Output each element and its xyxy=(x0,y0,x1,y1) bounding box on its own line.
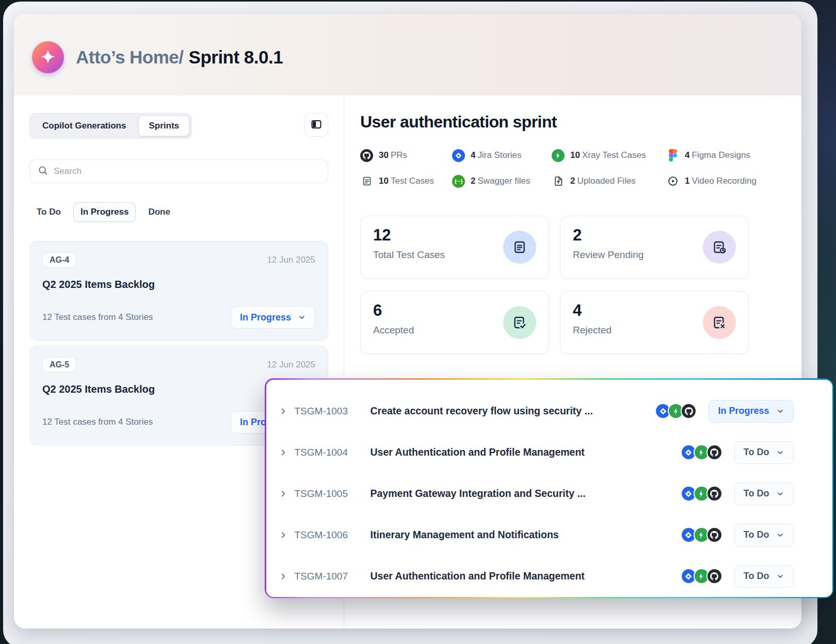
story-row[interactable]: TSGM-1005 Payment Gateway Integration an… xyxy=(277,473,794,514)
expand-row-button[interactable] xyxy=(277,570,290,583)
sprint-stat: {···} 2Swagger files xyxy=(452,174,552,188)
generation-date: 12 Jun 2025 xyxy=(267,360,315,370)
jira-icon[interactable] xyxy=(682,487,696,501)
generation-status-select[interactable]: In Progress xyxy=(231,306,315,329)
story-title: Payment Gateway Integration and Security… xyxy=(371,488,671,500)
jira-icon[interactable] xyxy=(682,528,696,542)
sprint-title: User authentication sprint xyxy=(360,112,801,133)
chevron-right-icon xyxy=(279,530,288,540)
collapse-sidebar-button[interactable] xyxy=(304,113,328,137)
story-id: TSGM-1006 xyxy=(295,529,371,541)
generation-title: Q2 2025 Items Backlog xyxy=(42,279,315,291)
search-box xyxy=(29,159,328,183)
tab-copilot-generations[interactable]: Copilot Generations xyxy=(32,116,136,136)
tab-sprints[interactable]: Sprints xyxy=(138,116,189,136)
chevron-right-icon xyxy=(279,572,288,581)
expand-row-button[interactable] xyxy=(277,487,290,501)
chevron-right-icon xyxy=(279,489,288,498)
expand-row-button[interactable] xyxy=(277,528,290,542)
story-status-select[interactable]: To Do xyxy=(734,524,794,546)
jira-icon xyxy=(452,149,465,162)
expand-row-button[interactable] xyxy=(277,446,290,459)
expand-row-button[interactable] xyxy=(277,405,290,418)
github-icon[interactable] xyxy=(708,445,721,459)
story-id: TSGM-1004 xyxy=(295,447,371,458)
sprint-stats: 30PRs 4Jira Stories 10Xray Test Cases 4F… xyxy=(360,149,760,188)
swagger-icon: {···} xyxy=(452,175,465,188)
chevron-down-icon xyxy=(776,490,784,498)
summary-card: 12 Total Test Cases xyxy=(360,216,549,279)
chevron-right-icon xyxy=(279,448,288,457)
chevron-right-icon xyxy=(279,407,288,416)
test-cases-icon xyxy=(360,175,373,188)
jira-icon[interactable] xyxy=(682,445,696,459)
story-id: TSGM-1005 xyxy=(295,488,371,500)
xray-icon[interactable] xyxy=(695,528,709,542)
jira-icon[interactable] xyxy=(682,569,696,583)
story-status-select[interactable]: To Do xyxy=(734,565,794,588)
sprint-stat: 1Video Recording xyxy=(666,174,760,188)
page-title: Atto’s Home/Sprint 8.0.1 xyxy=(76,47,283,68)
github-icon[interactable] xyxy=(708,569,721,583)
sprint-stat: 4Figma Designs xyxy=(666,149,760,162)
doc-clock-icon xyxy=(711,239,728,255)
xray-icon[interactable] xyxy=(669,404,683,418)
story-status-select[interactable]: To Do xyxy=(734,441,794,464)
github-icon[interactable] xyxy=(682,404,696,418)
jira-icon[interactable] xyxy=(656,404,670,418)
github-icon[interactable] xyxy=(708,528,721,542)
chevron-down-icon xyxy=(298,313,306,321)
summary-card: 4 Rejected xyxy=(560,291,749,354)
generation-id-badge: AG-5 xyxy=(42,357,76,373)
sprint-stat: 4Jira Stories xyxy=(452,149,552,162)
story-id: TSGM-1007 xyxy=(295,571,371,582)
xray-icon[interactable] xyxy=(695,445,709,459)
chevron-down-icon xyxy=(776,572,784,581)
desktop-background: Atto’s Home/Sprint 8.0.1 Copilot Generat… xyxy=(0,0,836,644)
story-list: TSGM-1003 Create account recovery flow u… xyxy=(266,380,832,597)
story-title: User Authentication and Profile Manageme… xyxy=(371,570,671,582)
story-row[interactable]: TSGM-1007 User Authentication and Profil… xyxy=(277,556,794,597)
story-row[interactable]: TSGM-1006 Itinerary Management and Notif… xyxy=(277,514,794,556)
chevron-down-icon xyxy=(776,448,784,457)
summary-card: 2 Review Pending xyxy=(560,216,749,279)
video-icon xyxy=(666,175,679,188)
doc-x-icon xyxy=(711,314,728,331)
xray-icon[interactable] xyxy=(695,487,709,501)
doc-check-icon xyxy=(511,314,528,331)
sprint-stat: 10Test Cases xyxy=(360,174,452,188)
summary-card: 6 Accepted xyxy=(360,291,549,354)
generation-card[interactable]: AG-4 12 Jun 2025 Q2 2025 Items Backlog 1… xyxy=(29,241,328,341)
search-icon xyxy=(38,165,48,178)
filter-tab-done[interactable]: Done xyxy=(141,202,178,222)
story-status-select[interactable]: In Progress xyxy=(709,400,793,423)
filter-tab-todo[interactable]: To Do xyxy=(29,202,68,222)
story-row[interactable]: TSGM-1003 Create account recovery flow u… xyxy=(277,391,794,432)
figma-icon xyxy=(666,149,679,162)
generation-id-badge: AG-4 xyxy=(42,252,76,268)
story-row[interactable]: TSGM-1004 User Authentication and Profil… xyxy=(277,432,794,473)
search-input[interactable] xyxy=(54,166,320,176)
atto-logo-icon xyxy=(32,41,64,73)
xray-icon[interactable] xyxy=(695,569,709,583)
xray-icon xyxy=(552,149,565,162)
sprint-stat: 10Xray Test Cases xyxy=(552,149,666,162)
chevron-down-icon xyxy=(776,407,784,415)
story-status-select[interactable]: To Do xyxy=(734,482,794,505)
sprint-stat: 2Uploaded Files xyxy=(552,174,666,188)
generation-subtitle: 12 Test cases from 4 Stories xyxy=(42,312,153,323)
view-switcher: Copilot Generations Sprints xyxy=(29,113,192,139)
story-title: Create account recovery flow using secur… xyxy=(371,405,646,417)
status-filter-tabs: To Do In Progress Done xyxy=(29,202,328,222)
breadcrumb: Atto’s Home/ xyxy=(76,47,184,67)
sprint-stat: 30PRs xyxy=(360,149,452,162)
github-icon[interactable] xyxy=(708,487,721,501)
sidebar-panel-icon xyxy=(310,118,323,132)
stories-overlay: TSGM-1003 Create account recovery flow u… xyxy=(265,378,833,598)
doc-icon xyxy=(511,239,528,255)
story-title: Itinerary Management and Notifications xyxy=(371,529,671,541)
github-icon xyxy=(360,149,373,162)
upload-file-icon xyxy=(552,175,565,188)
generation-date: 12 Jun 2025 xyxy=(267,255,315,265)
filter-tab-in-progress[interactable]: In Progress xyxy=(73,202,136,222)
